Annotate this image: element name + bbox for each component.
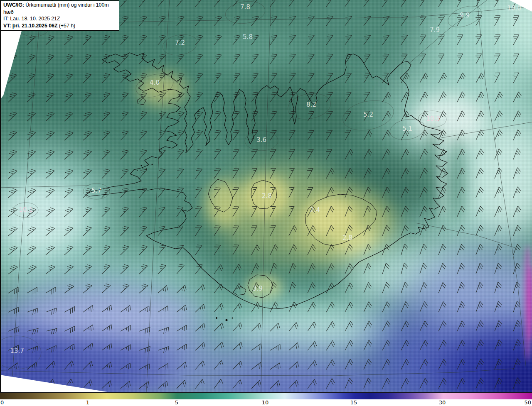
model-id: UWC/IG: [3, 2, 24, 8]
title-line-init: IT: Lau. 18. 10. 2025 21Z [3, 15, 116, 22]
forecast-map: 5.87.87.25.84.09.910.07.98.25.210.35.13.… [0, 0, 532, 392]
projection-wedge [509, 0, 532, 12]
colorbar-tick: 0 [0, 399, 4, 406]
colorbar-tick: 5 [175, 399, 178, 406]
projection-wedge [0, 24, 24, 100]
precipitation-colorbar [0, 393, 532, 399]
map-edge-wedges [0, 0, 532, 392]
colorbar-tick: 50 [524, 399, 531, 406]
title-line-product: UWC/IG: Úrkomumætti (mm) og vindur i 100… [3, 2, 116, 15]
colorbar-tick: 15 [350, 399, 357, 406]
projection-wedge [0, 375, 107, 392]
colorbar-tick: 1 [86, 399, 89, 406]
weather-map-app: 5.87.87.25.84.09.910.07.98.25.210.35.13.… [0, 0, 532, 406]
colorbar-tick-labels: 01510153050 [0, 399, 532, 406]
map-frame-left [0, 0, 1, 392]
forecast-title-box: UWC/IG: Úrkomumætti (mm) og vindur i 100… [0, 0, 119, 31]
colorbar-tick: 30 [439, 399, 446, 406]
title-line-valid: VT: þri. 21.10.2025 06Z (+57 h) [3, 22, 116, 29]
init-label: IT: [3, 16, 9, 22]
colorbar-tick: 10 [262, 399, 269, 406]
valid-time: VT: þri. 21.10.2025 06Z [3, 23, 57, 29]
